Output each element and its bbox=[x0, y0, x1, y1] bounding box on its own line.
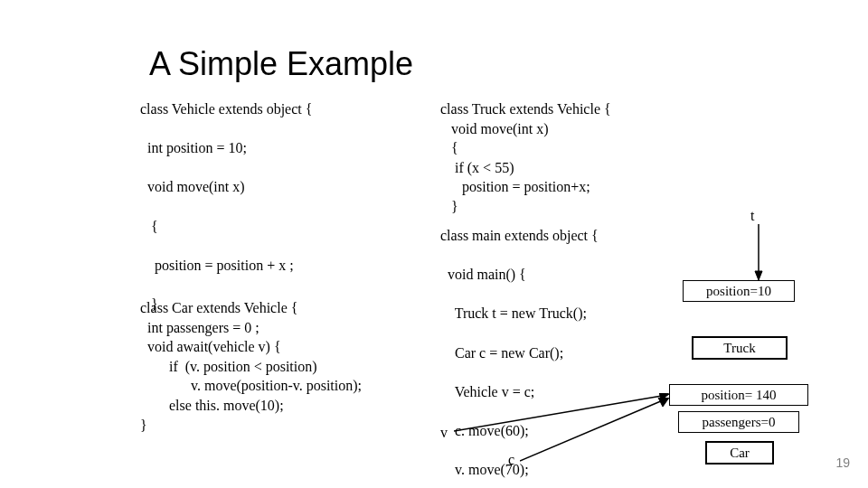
svg-marker-1 bbox=[755, 271, 762, 280]
diagram-box-car: Car bbox=[705, 441, 774, 465]
arrow-c bbox=[520, 398, 674, 465]
diagram-c-label: c bbox=[508, 452, 514, 468]
diagram-box-truck: Truck bbox=[692, 336, 788, 360]
code-vehicle: class Vehicle extends object { int posit… bbox=[140, 99, 429, 314]
code-car: class Car extends Vehicle { int passenge… bbox=[140, 298, 448, 435]
arrow-t bbox=[754, 224, 763, 280]
slide-title: A Simple Example bbox=[149, 45, 413, 83]
page-number: 19 bbox=[835, 455, 850, 470]
svg-line-4 bbox=[520, 400, 663, 461]
code-truck: class Truck extends Vehicle { void move(… bbox=[440, 99, 748, 217]
diagram-v-label: v bbox=[440, 425, 448, 441]
diagram-box-position140: position= 140 bbox=[669, 384, 808, 406]
diagram-box-position10: position=10 bbox=[683, 280, 795, 302]
slide: A Simple Example class Vehicle extends o… bbox=[0, 0, 868, 488]
diagram-box-passengers0: passengers=0 bbox=[678, 411, 799, 433]
diagram-t-label: t bbox=[750, 208, 754, 224]
